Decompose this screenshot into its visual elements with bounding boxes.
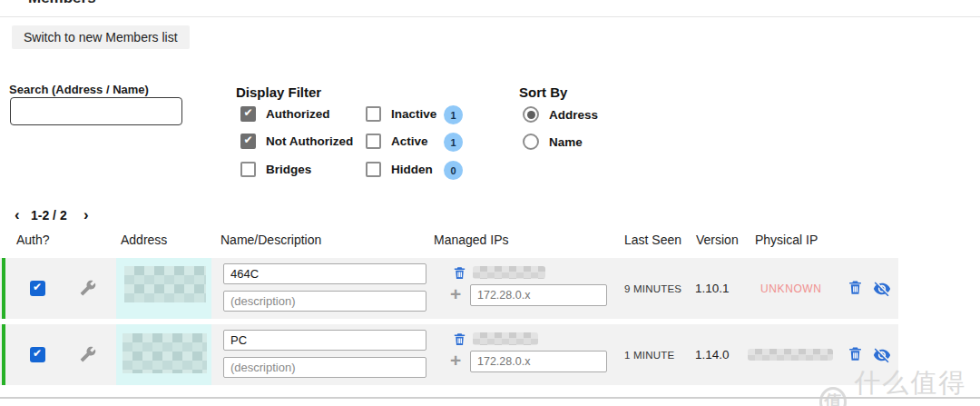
redacted-physical-ip	[748, 349, 833, 361]
add-ip-plus-icon[interactable]: +	[450, 286, 461, 302]
filter-option-inactive[interactable]: Inactive	[366, 106, 436, 122]
filter-option-bridges[interactable]: Bridges	[240, 162, 311, 177]
redacted-address	[124, 266, 206, 302]
top-divider	[0, 16, 980, 17]
wrench-settings-icon[interactable]	[80, 280, 96, 296]
page-title: Members	[28, 0, 96, 7]
filter-label: Hidden	[391, 163, 433, 176]
col-header-auth: Auth?	[16, 233, 50, 247]
authorized-indicator-bar	[2, 324, 5, 385]
col-header-physical-ip: Physical IP	[755, 233, 818, 247]
assign-ip-input[interactable]	[470, 284, 607, 306]
member-description-input[interactable]	[223, 357, 426, 378]
sort-option-address[interactable]: Address	[523, 106, 598, 123]
search-label: Search (Address / Name)	[9, 83, 149, 96]
filter-label: Bridges	[266, 163, 311, 176]
col-header-last-seen: Last Seen	[624, 233, 681, 247]
delete-ip-trash-icon[interactable]	[452, 332, 467, 347]
checkbox-unchecked-icon[interactable]	[366, 106, 381, 122]
filter-option-hidden[interactable]: Hidden	[366, 162, 433, 177]
pagination-prev-button[interactable]: ‹	[15, 208, 20, 223]
delete-member-trash-icon[interactable]	[847, 279, 864, 296]
checkbox-checked-icon[interactable]	[240, 106, 256, 122]
checkbox-unchecked-icon[interactable]	[366, 134, 381, 149]
filter-option-not-authorized[interactable]: Not Authorized	[240, 134, 353, 149]
hide-member-eye-off-icon[interactable]	[873, 346, 891, 364]
filter-label: Not Authorized	[266, 134, 353, 148]
wrench-settings-icon[interactable]	[80, 346, 96, 362]
radio-selected-icon[interactable]	[523, 106, 539, 123]
col-header-name-description: Name/Description	[220, 233, 321, 247]
filter-label: Inactive	[391, 107, 436, 121]
pagination-next-button[interactable]: ›	[83, 208, 89, 223]
authorized-indicator-bar	[2, 258, 5, 319]
col-header-managed-ips: Managed IPs	[434, 233, 509, 247]
checkbox-unchecked-icon[interactable]	[366, 162, 381, 177]
member-row: + 1 MINUTE 1.14.0	[0, 324, 898, 385]
auth-checkbox[interactable]	[30, 281, 45, 296]
col-header-address: Address	[121, 233, 167, 247]
add-ip-plus-icon[interactable]: +	[450, 352, 461, 369]
checkbox-unchecked-icon[interactable]	[240, 162, 256, 177]
delete-member-trash-icon[interactable]	[847, 345, 864, 362]
auth-checkbox[interactable]	[30, 347, 45, 362]
filter-label: Authorized	[266, 107, 330, 121]
col-header-version: Version	[696, 233, 739, 247]
sort-by-title: Sort By	[519, 84, 567, 100]
last-seen-value: 1 MINUTE	[624, 350, 674, 361]
version-value: 1.10.1	[695, 282, 730, 295]
display-filter-title: Display Filter	[236, 84, 321, 100]
version-value: 1.14.0	[695, 348, 730, 361]
redacted-address	[122, 333, 207, 373]
member-name-input[interactable]	[223, 263, 426, 284]
count-badge-inactive: 1	[444, 105, 463, 124]
physical-ip-value: UNKNOWN	[760, 282, 822, 295]
address-cell	[116, 258, 211, 319]
sort-option-name[interactable]: Name	[523, 134, 583, 150]
delete-ip-trash-icon[interactable]	[452, 265, 467, 281]
filter-option-authorized[interactable]: Authorized	[240, 106, 330, 122]
sort-label: Address	[549, 108, 598, 122]
count-badge-active: 1	[444, 133, 463, 152]
switch-members-list-button[interactable]: Switch to new Members list	[12, 25, 190, 49]
count-badge-hidden: 0	[444, 161, 463, 180]
member-description-input[interactable]	[223, 291, 426, 312]
search-input[interactable]	[10, 97, 182, 125]
member-name-input[interactable]	[223, 330, 426, 351]
pagination-range-label: 1-2 / 2	[31, 208, 67, 223]
member-row: + 9 MINUTES 1.10.1 UNKNOWN	[0, 258, 898, 319]
checkbox-checked-icon[interactable]	[240, 134, 256, 149]
hide-member-eye-off-icon[interactable]	[873, 280, 891, 298]
sort-label: Name	[549, 135, 583, 149]
assign-ip-input[interactable]	[470, 351, 607, 372]
filter-option-active[interactable]: Active	[366, 134, 428, 149]
filter-label: Active	[391, 134, 428, 148]
redacted-managed-ip	[473, 332, 538, 345]
last-seen-value: 9 MINUTES	[624, 283, 681, 294]
redacted-managed-ip	[473, 266, 545, 279]
radio-unselected-icon[interactable]	[523, 134, 539, 150]
address-cell	[116, 324, 211, 385]
members-page: Members Switch to new Members list Searc…	[0, 0, 980, 406]
bottom-divider	[0, 397, 980, 399]
